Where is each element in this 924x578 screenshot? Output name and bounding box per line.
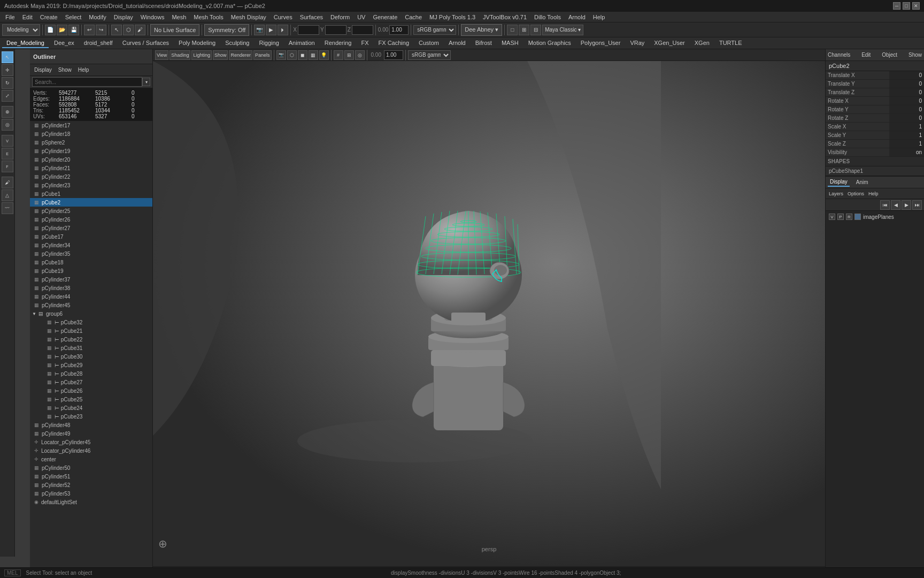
outliner-item[interactable]: ✛Locator_pCylinder45 bbox=[30, 438, 152, 446]
menu-help[interactable]: Help bbox=[590, 13, 609, 21]
menu-cache[interactable]: Cache bbox=[402, 13, 425, 21]
outliner-item[interactable]: ▦pCylinder26 bbox=[30, 215, 152, 224]
shelf-tab-17[interactable]: VRay bbox=[626, 39, 649, 48]
vp-texture-icon[interactable]: ▦ bbox=[309, 50, 318, 60]
redo-icon[interactable]: ↪ bbox=[96, 25, 106, 35]
user-dropdown[interactable]: Dee Abney ▾ bbox=[461, 24, 502, 36]
menu-deform[interactable]: Deform bbox=[327, 13, 353, 21]
camera-icon[interactable]: 📷 bbox=[254, 25, 265, 35]
layer-p-check[interactable]: P bbox=[837, 214, 844, 220]
view-menu[interactable]: View bbox=[155, 50, 168, 60]
paint-tool-icon[interactable]: 🖌 bbox=[135, 25, 145, 35]
translate-z-value[interactable]: 0 bbox=[889, 88, 924, 96]
vp-2d-pan-icon[interactable]: ⊞ bbox=[344, 50, 354, 60]
outliner-item[interactable]: ▦⊢ pCube28 bbox=[36, 369, 152, 378]
shelf-tab-16[interactable]: Polygons_User bbox=[576, 39, 625, 48]
outliner-item[interactable]: ▦pCylinder21 bbox=[30, 164, 152, 172]
layer-prev-icon[interactable]: ◀ bbox=[891, 200, 900, 210]
outliner-item[interactable]: ▼▤group6 bbox=[30, 309, 152, 318]
visibility-value[interactable]: on bbox=[889, 148, 924, 156]
layer-prev-prev-icon[interactable]: ⏮ bbox=[880, 200, 890, 210]
y-input[interactable] bbox=[325, 25, 346, 35]
workspace-label[interactable]: Maya Classic ▾ bbox=[542, 25, 583, 35]
viewport-panel[interactable]: View Shading Lighting Show Renderer Pane… bbox=[153, 49, 825, 578]
outliner-item[interactable]: ✛Locator_pCylinder46 bbox=[30, 446, 152, 455]
outliner-item[interactable]: ▦pCylinder25 bbox=[30, 207, 152, 215]
image-planes-layer[interactable]: V P R imagePlanes bbox=[827, 212, 923, 222]
outliner-search[interactable] bbox=[32, 77, 142, 87]
shelf-tab-1[interactable]: Dee_ex bbox=[50, 39, 79, 48]
vp-shaded-icon[interactable]: ◼ bbox=[298, 50, 307, 60]
layout-icon3[interactable]: ⊟ bbox=[530, 25, 541, 35]
menu-surfaces[interactable]: Surfaces bbox=[297, 13, 326, 21]
layout-quad-icon[interactable]: ⊞ bbox=[519, 25, 529, 35]
shelf-tab-19[interactable]: XGen bbox=[690, 39, 714, 48]
menu-arnold[interactable]: Arnold bbox=[565, 13, 589, 21]
z-input[interactable] bbox=[352, 25, 373, 35]
menu-display[interactable]: Display bbox=[111, 13, 136, 21]
shelf-tab-8[interactable]: Rendering bbox=[320, 39, 356, 48]
shelf-tab-18[interactable]: XGen_User bbox=[650, 39, 689, 48]
outliner-item[interactable]: ▦pCube18 bbox=[30, 258, 152, 267]
rotate-x-value[interactable]: 0 bbox=[889, 97, 924, 105]
outliner-item[interactable]: ▦pCube17 bbox=[30, 232, 152, 241]
menu-modify[interactable]: Modify bbox=[86, 13, 109, 21]
show-menu-ch[interactable]: Show bbox=[908, 52, 922, 58]
outliner-item[interactable]: ▦pCylinder35 bbox=[30, 249, 152, 258]
outliner-item[interactable]: ▦pCylinder34 bbox=[30, 241, 152, 249]
vp-light-icon[interactable]: 💡 bbox=[319, 50, 329, 60]
channels-menu[interactable]: Channels bbox=[828, 52, 850, 58]
help-menu[interactable]: Help bbox=[867, 191, 880, 196]
outliner-item[interactable]: ▦pCylinder19 bbox=[30, 147, 152, 155]
search-settings-icon[interactable]: ▾ bbox=[142, 78, 150, 86]
outliner-item[interactable]: ▦⊢ pCube30 bbox=[36, 352, 152, 361]
menu-jvtoolbox-v0.71[interactable]: JVToolBox v0.71 bbox=[480, 13, 530, 21]
close-button[interactable]: ✕ bbox=[912, 2, 920, 10]
render-icon[interactable]: ▶ bbox=[266, 25, 276, 35]
translate-y-value[interactable]: 0 bbox=[889, 80, 924, 88]
outliner-show-menu[interactable]: Show bbox=[56, 66, 74, 74]
frame-input[interactable] bbox=[384, 50, 403, 60]
viewport-canvas[interactable]: RRCG 人人素材 RRCG 素材 人人素材 RRCG RRCG bbox=[153, 61, 825, 566]
outliner-item[interactable]: ▦pCube1 bbox=[30, 189, 152, 198]
rotate-y-value[interactable]: 0 bbox=[889, 105, 924, 113]
outliner-item[interactable]: ▦pCylinder18 bbox=[30, 130, 152, 138]
vp-grid-icon[interactable]: # bbox=[334, 50, 343, 60]
outliner-help-menu[interactable]: Help bbox=[76, 66, 91, 74]
menu-mesh[interactable]: Mesh bbox=[168, 13, 189, 21]
menu-generate[interactable]: Generate bbox=[369, 13, 401, 21]
menu-mesh-display[interactable]: Mesh Display bbox=[228, 13, 270, 21]
shelf-tab-12[interactable]: Arnold bbox=[444, 39, 470, 48]
layout-single-icon[interactable]: □ bbox=[507, 25, 518, 35]
menu-mj-poly-tools-1.3[interactable]: MJ Poly Tools 1.3 bbox=[426, 13, 479, 21]
outliner-item[interactable]: ▦pCylinder27 bbox=[30, 224, 152, 232]
outliner-item[interactable]: ▦⊢ pCube29 bbox=[36, 361, 152, 369]
menu-create[interactable]: Create bbox=[37, 13, 61, 21]
outliner-item[interactable]: ✛center bbox=[30, 455, 152, 463]
menu-uv[interactable]: UV bbox=[354, 13, 368, 21]
open-icon[interactable]: 📂 bbox=[57, 25, 67, 35]
edit-menu[interactable]: Edit bbox=[861, 52, 871, 58]
shelf-tab-7[interactable]: Animation bbox=[284, 39, 319, 48]
shelf-tab-10[interactable]: FX Caching bbox=[374, 39, 413, 48]
outliner-item[interactable]: ▦pCylinder37 bbox=[30, 275, 152, 284]
outliner-display-menu[interactable]: Display bbox=[32, 66, 54, 74]
color-profile-select[interactable]: sRGB gamma bbox=[413, 25, 456, 35]
scale-y-value[interactable]: 1 bbox=[889, 131, 924, 139]
outliner-item[interactable]: ▦pCylinder48 bbox=[30, 421, 152, 429]
translate-x-value[interactable]: 0 bbox=[889, 71, 924, 79]
menu-edit[interactable]: Edit bbox=[19, 13, 36, 21]
lasso-icon[interactable]: ⬡ bbox=[123, 25, 134, 35]
outliner-item[interactable]: ▦⊢ pCube31 bbox=[36, 344, 152, 352]
outliner-item[interactable]: ◉defaultLightSet bbox=[30, 498, 152, 506]
x-input[interactable] bbox=[298, 25, 319, 35]
shelf-tab-11[interactable]: Custom bbox=[414, 39, 443, 48]
outliner-item[interactable]: ▦pCylinder45 bbox=[30, 301, 152, 309]
vp-isolate-icon[interactable]: ◎ bbox=[355, 50, 365, 60]
layers-menu[interactable]: Layers bbox=[828, 191, 844, 196]
outliner-item[interactable]: ▦pCylinder49 bbox=[30, 429, 152, 438]
shading-menu[interactable]: Shading bbox=[170, 50, 190, 60]
layer-v-check[interactable]: V bbox=[829, 214, 835, 220]
outliner-item[interactable]: ▦pCylinder50 bbox=[30, 463, 152, 472]
show-menu[interactable]: Show bbox=[213, 50, 228, 60]
